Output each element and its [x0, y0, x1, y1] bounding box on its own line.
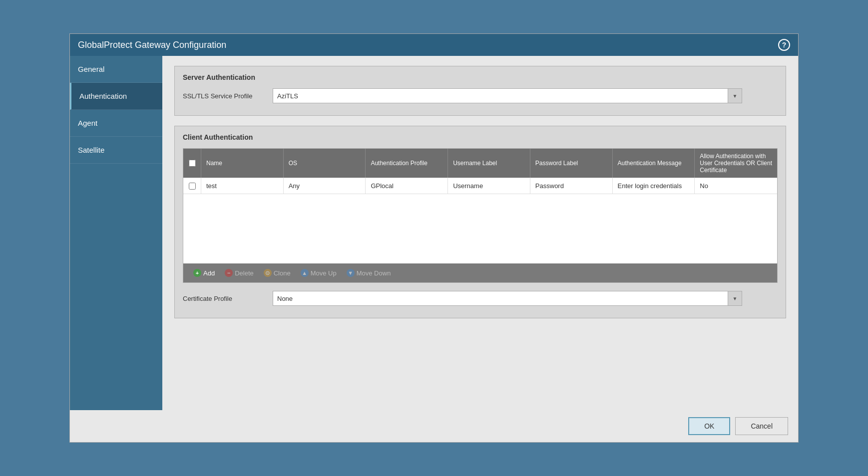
- move-down-button[interactable]: ▼ Move Down: [343, 267, 395, 278]
- clone-label: Clone: [274, 269, 291, 277]
- delete-icon: −: [225, 269, 233, 277]
- cancel-button[interactable]: Cancel: [735, 417, 788, 435]
- ssl-profile-label: SSL/TLS Service Profile: [183, 92, 273, 100]
- move-down-label: Move Down: [357, 269, 391, 277]
- add-label: Add: [203, 269, 215, 277]
- dialog-title: GlobalProtect Gateway Configuration: [78, 40, 226, 50]
- table-empty-area: [183, 194, 777, 263]
- dialog-footer: OK Cancel: [70, 410, 798, 442]
- main-content: Server Authentication SSL/TLS Service Pr…: [162, 56, 798, 410]
- sidebar: General Authentication Agent Satellite: [70, 56, 162, 410]
- client-auth-title: Client Authentication: [183, 133, 778, 141]
- row-allow-auth: No: [695, 178, 777, 194]
- add-icon: +: [193, 269, 201, 277]
- move-down-icon: ▼: [347, 269, 355, 277]
- col-header-username-label: Username Label: [448, 149, 530, 178]
- select-all-checkbox[interactable]: [189, 160, 196, 167]
- clone-icon: ⊙: [264, 269, 272, 277]
- ok-button[interactable]: OK: [688, 417, 730, 435]
- col-header-auth-profile: Authentication Profile: [366, 149, 448, 178]
- table-row[interactable]: test Any GPlocal Username Password Enter…: [183, 178, 777, 194]
- cert-profile-arrow[interactable]: ▼: [728, 291, 742, 305]
- dialog-titlebar: GlobalProtect Gateway Configuration ?: [70, 34, 798, 56]
- client-auth-section: Client Authentication Name OS: [174, 126, 786, 318]
- ssl-profile-arrow[interactable]: ▼: [728, 89, 742, 103]
- move-up-icon: ▲: [301, 269, 309, 277]
- dialog-body: General Authentication Agent Satellite S…: [70, 56, 798, 410]
- cert-profile-row: Certificate Profile None ▼: [183, 291, 778, 306]
- sidebar-item-agent[interactable]: Agent: [70, 110, 162, 137]
- move-up-button[interactable]: ▲ Move Up: [297, 267, 341, 278]
- dialog: GlobalProtect Gateway Configuration ? Ge…: [69, 33, 799, 443]
- cert-profile-label: Certificate Profile: [183, 295, 273, 302]
- server-auth-title: Server Authentication: [183, 73, 778, 81]
- row-os: Any: [284, 178, 366, 194]
- clone-button[interactable]: ⊙ Clone: [260, 267, 295, 278]
- sidebar-item-satellite[interactable]: Satellite: [70, 137, 162, 164]
- col-header-auth-message: Authentication Message: [613, 149, 695, 178]
- col-header-password-label: Password Label: [530, 149, 613, 178]
- row-username-label: Username: [448, 178, 530, 194]
- ssl-profile-dropdown[interactable]: AziTLS ▼: [273, 88, 742, 103]
- delete-button[interactable]: − Delete: [221, 267, 258, 278]
- col-header-checkbox: [183, 149, 201, 178]
- table-header: Name OS Authentication Profile Username …: [183, 149, 777, 178]
- col-header-allow-auth: Allow Authentication with User Credentia…: [695, 149, 777, 178]
- row-auth-message: Enter login credentials: [613, 178, 695, 194]
- col-header-os: OS: [284, 149, 366, 178]
- row-password-label: Password: [530, 178, 613, 194]
- row-name: test: [201, 178, 284, 194]
- ssl-profile-row: SSL/TLS Service Profile AziTLS ▼: [183, 88, 778, 103]
- move-up-label: Move Up: [311, 269, 337, 277]
- row-auth-profile: GPlocal: [366, 178, 448, 194]
- help-icon[interactable]: ?: [778, 39, 790, 51]
- table-toolbar: + Add − Delete ⊙ Clone ▲: [183, 263, 777, 282]
- cert-profile-dropdown[interactable]: None ▼: [273, 291, 742, 306]
- sidebar-item-authentication[interactable]: Authentication: [70, 83, 162, 110]
- row-checkbox[interactable]: [189, 183, 196, 190]
- server-auth-section: Server Authentication SSL/TLS Service Pr…: [174, 66, 786, 116]
- add-button[interactable]: + Add: [189, 267, 219, 278]
- sidebar-item-general[interactable]: General: [70, 56, 162, 83]
- row-checkbox-cell: [183, 178, 201, 194]
- col-header-name: Name: [201, 149, 284, 178]
- cert-profile-value: None: [273, 292, 728, 305]
- delete-label: Delete: [235, 269, 254, 277]
- client-auth-table: Name OS Authentication Profile Username …: [183, 148, 778, 283]
- ssl-profile-value: AziTLS: [273, 90, 728, 102]
